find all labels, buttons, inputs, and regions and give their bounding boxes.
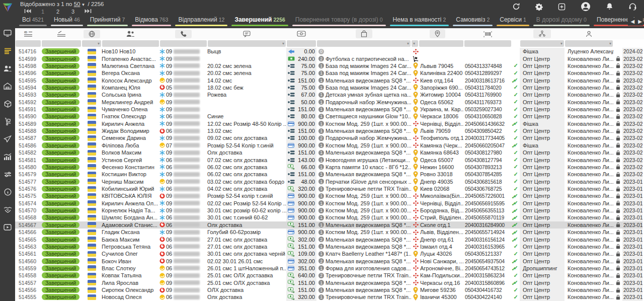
order-row[interactable]: 514591ЗавершенийЧумаченко Олена09151.001… (15, 106, 644, 113)
sidebar-item-marketing-send[interactable] (4, 135, 12, 143)
tab-завершений[interactable]: Завершений2256 (229, 16, 290, 28)
order-row[interactable]: 514582ЗавершенийВолков Максим09Олх доста… (15, 149, 644, 156)
order-row[interactable]: 514557ЗавершенийЛила Ярослав0925.01 смс … (15, 279, 644, 286)
filter-input-products[interactable] (317, 40, 411, 47)
page-size-dropdown[interactable]: 50 (74, 1, 80, 7)
tab-відмова[interactable]: Відмова763 (130, 16, 173, 28)
order-row[interactable]: 514599ЗавершенийПотапенко Анастас...0924… (15, 55, 644, 62)
sidebar-item-products-box[interactable] (4, 100, 12, 108)
tab-відправлений[interactable]: Відправлений12 (173, 16, 229, 28)
order-row[interactable]: 514589ЗавершенийКирилич Анжела0912.02 см… (15, 120, 644, 127)
sidebar-item-settings-sliders[interactable] (4, 170, 12, 178)
filter-input-id[interactable] (16, 40, 41, 47)
column-header-payment[interactable] (286, 28, 316, 39)
column-header-manager[interactable] (565, 28, 613, 39)
filter-input-phone[interactable] (160, 40, 207, 47)
lock-cell (613, 257, 622, 264)
add-order-button[interactable] (558, 3, 566, 11)
column-header-status[interactable] (41, 28, 82, 39)
order-row[interactable]: 514558ЗавершенийКовпак Татьяна0925.01 см… (15, 272, 644, 279)
column-header-ttn-status[interactable] (512, 28, 520, 39)
notifications-button[interactable] (606, 3, 613, 11)
tab-нема-в-наявності[interactable]: Нема в наявності2 (388, 16, 451, 28)
refresh-button[interactable] (512, 3, 520, 11)
order-row[interactable]: 514577ЗавершенийЧерниш Максим0903.02 смс… (15, 178, 644, 185)
tab-повернення-товару-в-дорозі-[interactable]: Повернення товару (в дорозі)0 (290, 16, 388, 28)
column-header-ttn[interactable] (464, 28, 512, 39)
sidebar-item-warehouse[interactable] (4, 82, 12, 90)
order-row[interactable]: 514587ЗавершенийСеменюк Дарина0909.02 см… (15, 134, 644, 141)
sidebar-item-info[interactable] (4, 188, 12, 196)
tab-в-дорозі-додому[interactable]: В дорозі додому0 (531, 16, 592, 28)
sidebar-item-suppliers-trolley[interactable] (4, 117, 12, 125)
column-header-date[interactable] (622, 28, 642, 39)
tab-всі[interactable]: Всі4521 (17, 16, 49, 28)
order-row[interactable]: 514588ЗавершенийЖидак Володимир0613.02 с… (15, 127, 644, 134)
order-row[interactable]: 514570ЗавершенийКорнелюк Надія Та...0930… (15, 207, 644, 214)
column-header-customer[interactable] (102, 28, 159, 39)
filter-input-ttn[interactable] (464, 40, 511, 47)
order-row[interactable]: 514576ЗавершенийКобилинський Юрий0604.02… (15, 185, 644, 192)
order-row[interactable]: 514559ЗавершенийВлас Слотюу0626.01 смс 1… (15, 265, 644, 272)
order-row[interactable]: 514595ЗавершенийКолосок Александр0914.02… (15, 77, 644, 84)
column-header-fulfillment[interactable] (520, 28, 565, 39)
order-row[interactable]: 514563ЗавершенийПетровська Тетяна0627.01… (15, 243, 644, 250)
column-header-id[interactable]: ID (15, 28, 41, 39)
order-row[interactable]: 514593ЗавершенийСольська Ірина09Рожева67… (15, 91, 644, 98)
order-row[interactable]: 514592ЗавершенийМерклингер Андрей0950.00… (15, 99, 644, 106)
filter-input-fulfillment[interactable] (520, 40, 564, 47)
order-row[interactable]: 514581ЗавершенийУстинов Сергей0607.02 см… (15, 156, 644, 163)
order-row[interactable]: 514567ЗавершенийАдамовский Станис...06Ол… (15, 221, 644, 229)
filter-input-manager[interactable] (565, 40, 613, 47)
order-row[interactable]: 514580ЗавершенийФесенко Константин0606.0… (15, 164, 644, 171)
order-row[interactable]: 514555ЗавершенийНовосад Олеся06Олх доста… (15, 293, 644, 300)
gear-icon (535, 3, 543, 11)
order-row[interactable]: 514566ЗавершенийГладик Оксана09Голубий 6… (15, 229, 644, 236)
order-row[interactable]: 514556ЗавершенийСиротюк Олександр09ОЛХ д… (15, 286, 644, 293)
order-row[interactable]: 514579ЗавершенийКостишин Виктор0906.02 с… (15, 171, 644, 178)
app-logo[interactable] (2, 2, 13, 13)
column-header-comment[interactable] (207, 28, 286, 39)
sidebar-item-orders-list[interactable] (4, 47, 12, 55)
filter-input-customer[interactable] (102, 40, 159, 47)
profile-button[interactable] (581, 2, 591, 12)
delivery-cell: Мигове 59236 (411, 286, 464, 293)
filter-dropdown-delivery[interactable] (412, 40, 418, 47)
tabs-scroll-right-icon[interactable]: ▶ (638, 19, 642, 25)
tab-прийнятий[interactable]: Прийнятий7 (85, 16, 130, 28)
order-row[interactable]: 514568ЗавершенийШумляс Богдана Ан...0630… (15, 214, 644, 221)
order-row[interactable]: 514596ЗавершенийВегера Оксана0920.02 смс… (15, 69, 644, 77)
filter-input-delivery[interactable] (419, 40, 463, 47)
column-header-products[interactable] (316, 28, 411, 39)
tab-новый[interactable]: Новый46 (49, 16, 85, 28)
sidebar-item-dashboard[interactable] (4, 29, 12, 37)
tab-сервіси[interactable]: Сервіси1 (495, 16, 531, 28)
order-row[interactable]: 514560ЗавершенийБокоч Иван0902.02 30.01 … (15, 257, 644, 264)
support-button[interactable] (628, 3, 637, 11)
column-header-phone[interactable] (159, 28, 207, 39)
column-header-country[interactable] (82, 28, 102, 39)
order-row[interactable]: 514574ЗавершенийКирилич Анжела Ол...0902… (15, 200, 644, 207)
column-header-delivery[interactable] (411, 28, 464, 39)
sidebar-item-partners-handshake[interactable] (4, 205, 12, 213)
fulfillment: Опт Центр (520, 279, 565, 286)
order-row[interactable]: 514590ЗавершенийГнатюк Олексндр06Синие80… (15, 113, 644, 120)
filter-input-comment[interactable] (208, 40, 286, 47)
filter-input-status[interactable] (42, 40, 81, 47)
order-row[interactable]: 514716ЗавершенийНов10 Нов1009Выцв0.000Фі… (15, 48, 644, 55)
order-row[interactable]: 514594ЗавершенийКомпанец Юля0518.02 смс … (15, 84, 644, 91)
filter-input-payment[interactable] (287, 40, 316, 47)
order-row[interactable]: 514598ЗавершенийМалютина Светлана0920.02… (15, 62, 644, 69)
gear-button[interactable] (535, 3, 543, 11)
column-header-lock[interactable] (613, 28, 622, 39)
tabs-scroll-left-icon[interactable]: ◀ (631, 19, 635, 25)
order-row[interactable]: 514561ЗавершенийСучилов Олег0630.01 смс … (15, 250, 644, 257)
order-row[interactable]: 514565ЗавершенийБаюка Максим0627.01 смс … (15, 236, 644, 243)
sidebar-item-statistics[interactable] (4, 153, 12, 161)
sidebar-item-clients[interactable] (4, 64, 12, 72)
sidebar-item-video-tutorials[interactable] (4, 223, 12, 231)
order-row[interactable]: 514575ЗавершенийКВІТОВСЬКА ЮЛІЯ09Розмір … (15, 192, 644, 199)
filter-input-country[interactable] (82, 40, 101, 47)
order-row[interactable]: 514586ЗавершенийФіліпова Люба07Розмір 52… (15, 142, 644, 149)
tab-самовивіз[interactable]: Самовивіз2 (451, 16, 495, 28)
